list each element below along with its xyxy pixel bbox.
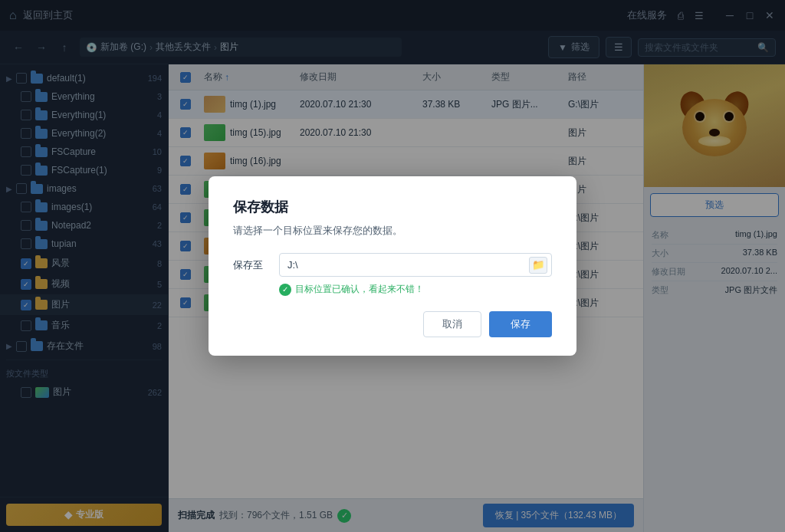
save-data-modal: 保存数据 请选择一个目标位置来保存您的数据。 保存至 📁 ✓ 目标位置已确认，看… [209, 176, 576, 356]
save-path-input[interactable] [279, 253, 552, 277]
field-label: 保存至 [233, 258, 271, 272]
cancel-button[interactable]: 取消 [423, 311, 481, 337]
modal-description: 请选择一个目标位置来保存您的数据。 [233, 224, 552, 238]
save-path-field: 保存至 📁 [233, 253, 552, 277]
modal-title: 保存数据 [233, 198, 552, 216]
folder-browse-icon: 📁 [532, 259, 545, 271]
input-wrap: 📁 [279, 253, 552, 277]
hint-check-icon: ✓ [279, 284, 291, 296]
modal-overlay[interactable]: 保存数据 请选择一个目标位置来保存您的数据。 保存至 📁 ✓ 目标位置已确认，看… [0, 0, 785, 532]
modal-actions: 取消 保存 [233, 311, 552, 337]
hint-text: 目标位置已确认，看起来不错！ [295, 283, 424, 296]
save-path-hint: ✓ 目标位置已确认，看起来不错！ [279, 283, 552, 296]
browse-folder-button[interactable]: 📁 [529, 257, 547, 274]
save-button[interactable]: 保存 [489, 311, 552, 337]
